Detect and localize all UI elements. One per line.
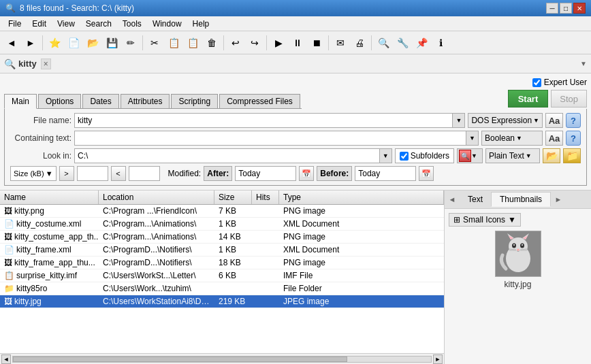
- save-button[interactable]: 💾: [103, 34, 121, 52]
- size-select[interactable]: Size (kB) ▼: [10, 166, 57, 181]
- expert-user-row: Expert User: [532, 78, 587, 87]
- print-button[interactable]: 🖨: [351, 34, 368, 52]
- filename-aa-button[interactable]: Aa: [545, 113, 563, 128]
- tab-scripting[interactable]: Scripting: [171, 94, 218, 108]
- size-gt-input[interactable]: [77, 166, 108, 181]
- lookin-dropdown-arrow[interactable]: ▼: [379, 149, 392, 163]
- size-lt-input[interactable]: [129, 166, 160, 181]
- filter-red-button[interactable]: 🔍: [459, 150, 471, 162]
- thumb-prev-button[interactable]: ◄: [445, 192, 460, 207]
- file-icon: 📋: [4, 271, 14, 280]
- search-bar-dropdown[interactable]: ▼: [580, 60, 587, 67]
- filename-dropdown-arrow[interactable]: ▼: [452, 114, 464, 127]
- plaintext-select[interactable]: Plain Text ▼: [485, 148, 540, 163]
- filename-input[interactable]: [75, 114, 452, 127]
- size-lt-button[interactable]: <: [111, 166, 126, 181]
- menu-search[interactable]: Search: [80, 18, 117, 30]
- menu-window[interactable]: Window: [147, 18, 187, 30]
- col-location[interactable]: Location: [99, 191, 214, 204]
- scroll-right-button[interactable]: ►: [433, 354, 443, 364]
- table-row[interactable]: 📄kitty_frame.xml C:\ProgramD...\Notifier…: [0, 244, 444, 257]
- horizontal-scrollbar[interactable]: ◄ ►: [0, 353, 444, 364]
- tab-thumbnails[interactable]: Thumbnails: [491, 192, 551, 207]
- menu-tools[interactable]: Tools: [117, 18, 147, 30]
- info-button[interactable]: ℹ: [432, 34, 449, 52]
- settings-button[interactable]: 🔧: [394, 34, 411, 52]
- tab-attributes[interactable]: Attributes: [121, 94, 170, 108]
- scrollbar-thumb[interactable]: [13, 357, 347, 362]
- filename-type-select[interactable]: DOS Expression ▼: [468, 113, 543, 128]
- table-row[interactable]: 🖼kitty_costume_app_th... C:\Program...\A…: [0, 231, 444, 244]
- table-row[interactable]: 🖼kitty_frame_app_thu... C:\ProgramD...\N…: [0, 257, 444, 269]
- table-row[interactable]: 🖼kitty.jpg C:\Users\WorkStationAi8\Deskt…: [0, 295, 444, 308]
- subfolders-area: Subfolders: [395, 148, 454, 163]
- icon-size-selector[interactable]: ⊞ Small Icons ▼: [449, 213, 521, 227]
- containing-dropdown-arrow[interactable]: ▼: [466, 131, 478, 145]
- redo-button[interactable]: ↪: [246, 34, 263, 52]
- menu-help[interactable]: Help: [187, 18, 215, 30]
- back-button[interactable]: ◄: [3, 34, 20, 52]
- browse-folder-button[interactable]: 📂: [543, 148, 560, 163]
- thumb-next-button[interactable]: ►: [551, 192, 566, 207]
- stop-button[interactable]: Stop: [551, 90, 587, 107]
- col-hits[interactable]: Hits: [252, 191, 279, 204]
- start-button[interactable]: Start: [508, 90, 549, 107]
- filename-help-button[interactable]: ?: [566, 113, 581, 128]
- pin-button[interactable]: 📌: [413, 34, 430, 52]
- maximize-button[interactable]: □: [560, 3, 572, 14]
- minimize-button[interactable]: ─: [546, 3, 558, 14]
- table-row[interactable]: 🖼kitty.png C:\Program ...\FriendIcon\ 7 …: [0, 205, 444, 218]
- paste-button[interactable]: 📋: [184, 34, 202, 52]
- table-row[interactable]: 📄kitty_costume.xml C:\Program...\Animati…: [0, 218, 444, 231]
- containing-input[interactable]: [75, 131, 466, 145]
- table-row[interactable]: 📋surprise_kitty.imf C:\Users\WorkSt...\L…: [0, 269, 444, 282]
- after-input[interactable]: [235, 166, 296, 181]
- cut-button[interactable]: ✂: [146, 34, 163, 52]
- after-cal-button[interactable]: 📅: [299, 166, 314, 181]
- menu-file[interactable]: File: [3, 18, 27, 30]
- col-size[interactable]: Size: [214, 191, 252, 204]
- tab-text[interactable]: Text: [460, 193, 491, 206]
- delete-button[interactable]: 🗑: [203, 34, 221, 52]
- tab-main[interactable]: Main: [4, 94, 37, 109]
- menu-view[interactable]: View: [52, 18, 80, 30]
- open-button[interactable]: 📂: [84, 34, 101, 52]
- table-row[interactable]: 📁kitty85ro C:\Users\Work...\tzuhim\ File…: [0, 282, 444, 295]
- lookin-combo: ▼: [74, 148, 392, 163]
- thumbnail-content: ⊞ Small Icons ▼: [445, 209, 591, 364]
- tab-compressed[interactable]: Compressed Files: [219, 94, 300, 108]
- menu-edit[interactable]: Edit: [27, 18, 52, 30]
- copy-button[interactable]: 📋: [165, 34, 182, 52]
- containing-help-button[interactable]: ?: [566, 131, 581, 146]
- filter-dropdown-arrow[interactable]: ▼: [471, 152, 481, 159]
- lookin-input[interactable]: [75, 149, 379, 163]
- play-button[interactable]: ▶: [270, 34, 287, 52]
- expert-user-checkbox[interactable]: [532, 78, 541, 87]
- file-icon: 📁: [4, 284, 14, 293]
- rename-button[interactable]: ✏: [122, 34, 140, 52]
- before-cal-button[interactable]: 📅: [419, 166, 434, 181]
- email-button[interactable]: ✉: [332, 34, 349, 52]
- undo-button[interactable]: ↩: [227, 34, 244, 52]
- containing-type-select[interactable]: Boolean ▼: [481, 131, 543, 146]
- containing-aa-button[interactable]: Aa: [545, 131, 563, 146]
- close-search-button[interactable]: ×: [41, 59, 51, 69]
- close-button[interactable]: ✕: [573, 3, 586, 14]
- favorites-button[interactable]: ⭐: [46, 34, 63, 52]
- tab-dates[interactable]: Dates: [82, 94, 118, 108]
- subfolders-checkbox[interactable]: [400, 152, 409, 161]
- browse-folder2-button[interactable]: 📁: [563, 148, 581, 163]
- before-input[interactable]: [355, 166, 416, 181]
- scroll-left-button[interactable]: ◄: [1, 354, 11, 364]
- new-button[interactable]: 📄: [65, 34, 82, 52]
- forward-button[interactable]: ►: [22, 34, 39, 52]
- tab-options[interactable]: Options: [38, 94, 81, 108]
- size-gt-button[interactable]: >: [59, 166, 74, 181]
- pause-button[interactable]: ⏸: [289, 34, 306, 52]
- col-name[interactable]: Name: [0, 191, 99, 204]
- lookin-label: Look in:: [10, 151, 71, 161]
- stop-toolbar-button[interactable]: ⏹: [308, 34, 325, 52]
- search-toolbar-button[interactable]: 🔍: [374, 34, 392, 52]
- scrollbar-track[interactable]: [12, 356, 432, 363]
- col-type[interactable]: Type: [279, 191, 444, 204]
